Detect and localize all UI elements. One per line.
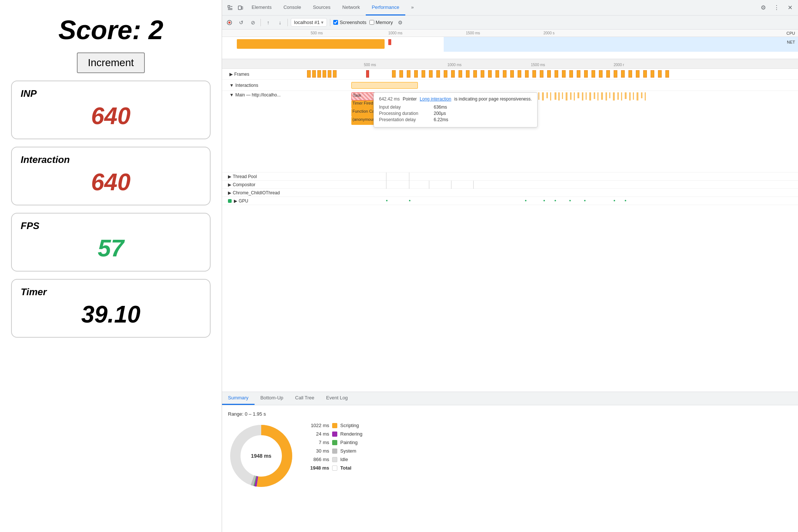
total-ms: 1948 ms — [303, 465, 329, 471]
increment-button[interactable]: Increment — [77, 52, 145, 73]
timer-value: 39.10 — [81, 301, 140, 328]
tab-more[interactable]: » — [405, 0, 420, 16]
frame-tick-26 — [532, 70, 536, 78]
tab-summary[interactable]: Summary — [222, 392, 255, 405]
tab-bottom-up[interactable]: Bottom-Up — [255, 392, 289, 405]
frame-tick-8 — [399, 70, 403, 78]
timeline-overview[interactable]: 500 ms 1000 ms 1500 ms 2000 s CPU NET — [222, 30, 798, 59]
legend-idle: 866 ms Idle — [303, 457, 362, 462]
download-icon[interactable]: ↓ — [276, 18, 284, 27]
scripting-name: Scripting — [340, 423, 359, 428]
tab-network[interactable]: Network — [337, 0, 366, 16]
frame-tick-44 — [665, 70, 669, 78]
frames-label[interactable]: ▶ Frames — [222, 72, 303, 77]
gpu-icon — [228, 199, 232, 203]
thread-pool-label[interactable]: ▶ Thread Pool — [222, 174, 303, 179]
svg-rect-41 — [555, 92, 556, 100]
record-icon[interactable] — [225, 18, 234, 27]
tooltip-presentation-label: Presentation delay — [379, 117, 431, 122]
frame-tick-35 — [599, 70, 603, 78]
cpu-spike — [388, 39, 391, 45]
perf-toolbar: ↺ ⊘ ↑ ↓ localhost #1 ▾ Screenshots Memor… — [222, 16, 798, 30]
svg-rect-59 — [625, 92, 627, 99]
gpu-content — [303, 197, 798, 205]
perf-settings-icon[interactable]: ⚙ — [396, 18, 405, 27]
svg-rect-46 — [574, 92, 575, 100]
interaction-bar-1[interactable] — [351, 82, 418, 89]
chrome-child-label[interactable]: ▶ Chrome_ChildIOThread — [222, 190, 303, 195]
thread-pool-content — [303, 173, 798, 181]
frame-tick-2 — [312, 70, 316, 78]
cpu-label: CPU — [787, 31, 795, 35]
memory-checkbox-row[interactable]: Memory — [369, 20, 393, 25]
frame-tick-39 — [628, 70, 632, 78]
rendering-ms: 24 ms — [303, 431, 329, 437]
close-icon[interactable]: ✕ — [785, 3, 795, 13]
tab-console[interactable]: Console — [277, 0, 307, 16]
rendering-swatch — [332, 432, 337, 437]
tab-call-tree[interactable]: Call Tree — [289, 392, 320, 405]
svg-rect-42 — [558, 92, 560, 100]
frame-tick-7 — [392, 70, 396, 78]
frame-tick-30 — [562, 70, 566, 78]
refresh-record-icon[interactable]: ↺ — [237, 18, 246, 27]
clear-icon[interactable]: ⊘ — [249, 18, 258, 27]
timeline-main[interactable]: 500 ms 1000 ms 1500 ms 2000 r ▶ Frames — [222, 59, 798, 392]
svg-rect-52 — [597, 92, 598, 100]
score-title: Score: 2 — [58, 15, 163, 45]
svg-rect-63 — [641, 92, 642, 98]
device-icon[interactable] — [235, 3, 246, 13]
tab-event-log[interactable]: Event Log — [320, 392, 354, 405]
svg-rect-53 — [601, 92, 603, 100]
svg-rect-60 — [629, 92, 631, 100]
timer-label: Timer — [21, 286, 47, 298]
screenshots-checkbox-row[interactable]: Screenshots — [333, 20, 366, 25]
tooltip-link[interactable]: Long interaction — [420, 96, 451, 102]
svg-rect-55 — [609, 92, 610, 98]
total-swatch — [332, 466, 337, 471]
legend-total: 1948 ms Total — [303, 465, 362, 471]
inspect-icon[interactable] — [225, 3, 235, 13]
selection-overlay — [444, 37, 798, 52]
gpu-expand-icon: ▶ — [234, 198, 237, 204]
compositor-track: ▶ Compositor — [222, 181, 798, 189]
frame-tick-5 — [328, 70, 331, 78]
frame-tick-21 — [495, 70, 499, 78]
frame-tick-42 — [651, 70, 654, 78]
settings-icon[interactable]: ⚙ — [758, 3, 768, 13]
main-thread-label: ▼ Main — http://localho... — [222, 91, 303, 172]
summary-content: Range: 0 – 1.95 s — [222, 405, 798, 532]
frame-tick-23 — [510, 70, 514, 78]
interactions-label[interactable]: ▼ Interactions — [222, 83, 303, 88]
svg-rect-49 — [586, 92, 587, 100]
upload-icon[interactable]: ↑ — [264, 18, 273, 27]
memory-checkbox[interactable] — [369, 20, 374, 25]
tab-performance[interactable]: Performance — [366, 0, 405, 16]
tooltip-time: 642.42 ms — [379, 96, 400, 102]
tab-elements[interactable]: Elements — [246, 0, 277, 16]
summary-body: 1948 ms 1022 ms Scripting 24 ms Renderin… — [228, 423, 792, 489]
url-bar[interactable]: localhost #1 ▾ — [291, 18, 327, 27]
tab-sources[interactable]: Sources — [307, 0, 337, 16]
screenshots-checkbox[interactable] — [333, 20, 338, 25]
frame-tick-9 — [407, 70, 410, 78]
compositor-expand-icon: ▶ — [228, 182, 231, 187]
gpu-label[interactable]: ▶ GPU — [222, 198, 303, 204]
idle-name: Idle — [340, 457, 348, 462]
idle-ms: 866 ms — [303, 457, 329, 462]
main-thread-content[interactable]: Task Timer Fired Function Call (anonymou… — [303, 91, 798, 172]
frame-tick-25 — [525, 70, 529, 78]
compositor-label[interactable]: ▶ Compositor — [222, 182, 303, 187]
system-ms: 30 ms — [303, 448, 329, 454]
interactions-content — [303, 80, 798, 91]
inp-card: INP 640 — [11, 81, 211, 139]
more-icon[interactable]: ⋮ — [771, 3, 782, 13]
frame-tick-6 — [333, 70, 337, 78]
cpu-usage-bar — [237, 39, 385, 49]
svg-rect-62 — [637, 92, 638, 100]
svg-rect-43 — [562, 92, 563, 99]
tooltip-processing-val: 200μs — [434, 111, 446, 116]
frame-tick-32 — [577, 70, 580, 78]
interaction-label: Interaction — [21, 154, 70, 166]
chrome-child-track: ▶ Chrome_ChildIOThread — [222, 189, 798, 197]
